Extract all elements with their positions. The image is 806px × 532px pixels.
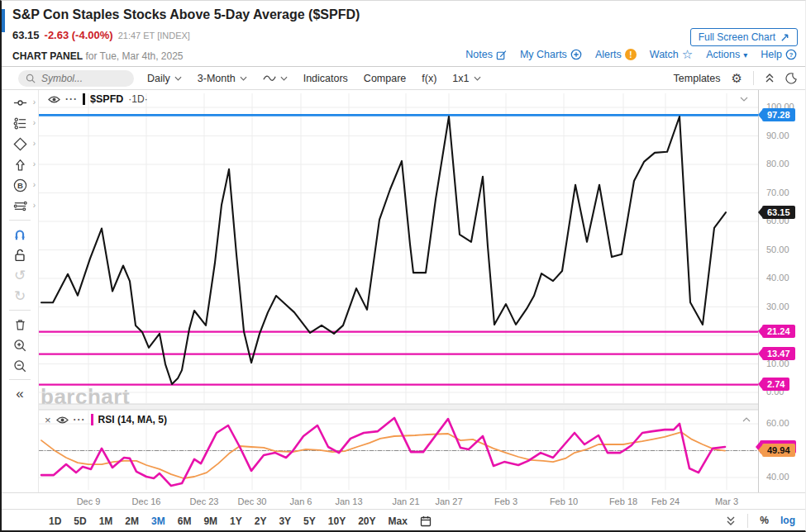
link-actions[interactable]: Actions▾ bbox=[706, 49, 747, 60]
quote-time: 21:47 ET [INDEX] bbox=[118, 31, 190, 40]
menu-1x1[interactable]: 1x1 bbox=[452, 73, 480, 84]
line-style-icon bbox=[263, 74, 276, 83]
expander-icon[interactable]: › bbox=[33, 180, 36, 189]
legend-symbol: $SPFD bbox=[90, 93, 123, 105]
link-notes[interactable]: Notes bbox=[465, 49, 507, 60]
range-max[interactable]: Max bbox=[389, 515, 408, 527]
date-tick: Jan 21 bbox=[392, 496, 419, 506]
range-2y[interactable]: 2Y bbox=[255, 515, 267, 527]
link-my-charts[interactable]: My Charts bbox=[520, 49, 582, 60]
tools-divider bbox=[9, 310, 31, 311]
menu-compare[interactable]: Compare bbox=[364, 73, 406, 84]
date-tick: Dec 30 bbox=[238, 496, 267, 506]
series-menu-chevron-icon[interactable] bbox=[740, 97, 748, 102]
menu-indicators[interactable]: Indicators bbox=[303, 73, 348, 84]
range-toolbar: 1D5D1M2M3M6M9M1Y2Y3Y5Y10Y20YMax bbox=[2, 509, 806, 532]
price-series-legend[interactable]: ··· $SPFD ·1D· bbox=[48, 93, 148, 105]
date-tick: Feb 18 bbox=[609, 496, 637, 506]
range-1y[interactable]: 1Y bbox=[230, 515, 242, 527]
more-icon[interactable]: ··· bbox=[65, 93, 78, 105]
more-icon[interactable]: ··· bbox=[74, 414, 86, 425]
zoom-out-tool[interactable] bbox=[2, 355, 38, 376]
price-badge: 13.47 bbox=[762, 347, 795, 360]
trendline-tool[interactable]: › bbox=[2, 113, 38, 134]
date-tick: Mar 3 bbox=[715, 496, 738, 506]
menu-daily[interactable]: Daily bbox=[147, 73, 182, 84]
menu-f-x[interactable]: f(x) bbox=[422, 73, 436, 84]
calendar-icon[interactable] bbox=[420, 515, 432, 527]
gear-icon[interactable]: ⚙ bbox=[732, 71, 742, 86]
expander-icon[interactable]: › bbox=[33, 201, 36, 210]
delete-tool[interactable] bbox=[2, 314, 38, 335]
arrow-tool[interactable]: › bbox=[2, 154, 38, 175]
range-1d[interactable]: 1D bbox=[49, 515, 61, 527]
range-3m[interactable]: 3M bbox=[151, 515, 165, 527]
expander-icon[interactable]: › bbox=[33, 159, 36, 169]
range-9m[interactable]: 9M bbox=[203, 515, 217, 527]
price-tick: 40.00 bbox=[766, 273, 789, 283]
rsi-collapse-chevron-icon[interactable] bbox=[742, 417, 751, 422]
magnet-tool[interactable] bbox=[2, 224, 38, 245]
drawing-tools-sidebar: ››››B››↺↻« bbox=[2, 90, 38, 404]
templates-button[interactable]: Templates bbox=[674, 73, 721, 84]
expander-icon[interactable]: › bbox=[33, 118, 36, 127]
eye-icon[interactable] bbox=[56, 416, 69, 425]
range-1m[interactable]: 1M bbox=[99, 515, 113, 527]
circle-plus-icon bbox=[570, 49, 582, 60]
legend-interval: ·1D· bbox=[128, 93, 147, 105]
price-axis[interactable]: 100.0090.0080.0070.0060.0050.0040.0030.0… bbox=[758, 1, 806, 532]
range-6m[interactable]: 6M bbox=[178, 515, 192, 527]
link-label: Notes bbox=[465, 49, 493, 60]
date-tick: Dec 9 bbox=[77, 496, 101, 506]
range-10y[interactable]: 10Y bbox=[328, 515, 346, 527]
last-price: 63.15 bbox=[12, 29, 40, 41]
page-title: S&P Con Staples Stocks Above 5-Day Avera… bbox=[12, 7, 360, 22]
crosshair-tool[interactable]: › bbox=[2, 93, 38, 113]
menu-3-month[interactable]: 3-Month bbox=[198, 73, 247, 84]
unlock-tool[interactable] bbox=[2, 245, 38, 265]
menu-label: Daily bbox=[147, 73, 170, 84]
shapes-tool[interactable]: › bbox=[2, 134, 38, 154]
notes-icon bbox=[496, 50, 507, 60]
title-accent-bar bbox=[2, 9, 5, 32]
date-tick: Feb 10 bbox=[550, 496, 578, 506]
header-links: NotesMy ChartsAlerts!Watch☆Actions▾Help? bbox=[465, 49, 797, 60]
link-alerts[interactable]: Alerts! bbox=[595, 49, 637, 60]
link-label: Watch bbox=[650, 49, 679, 60]
eye-icon[interactable] bbox=[48, 95, 60, 104]
expander-icon[interactable]: › bbox=[33, 139, 36, 148]
alert-icon: ! bbox=[625, 49, 637, 60]
range-5d[interactable]: 5D bbox=[74, 515, 86, 527]
range-20y[interactable]: 20Y bbox=[358, 515, 375, 527]
zoom-in-tool[interactable] bbox=[2, 335, 38, 355]
rsi-tick: 40.00 bbox=[766, 472, 789, 482]
collapse-down-icon[interactable] bbox=[726, 515, 736, 526]
panel-label: CHART PANEL bbox=[12, 50, 83, 62]
range-3y[interactable]: 3Y bbox=[279, 515, 291, 527]
chevron-down-icon bbox=[174, 76, 182, 81]
rsi-legend[interactable]: × ··· RSI (14, MA, 5) bbox=[45, 414, 167, 425]
collapse-tools[interactable]: « bbox=[2, 383, 38, 404]
menu-line-style[interactable] bbox=[263, 74, 288, 83]
annotation-b-tool[interactable]: B› bbox=[2, 175, 38, 196]
range-5y[interactable]: 5Y bbox=[303, 515, 316, 527]
link-label: Actions bbox=[706, 49, 740, 60]
price-tick: 30.00 bbox=[766, 302, 789, 311]
menu-label: Compare bbox=[364, 73, 406, 84]
symbol-search[interactable] bbox=[18, 70, 134, 87]
range-buttons: 1D5D1M2M3M6M9M1Y2Y3Y5Y10Y20YMax bbox=[2, 515, 432, 527]
caret-down-icon: ▾ bbox=[743, 50, 747, 59]
menu-label: 3-Month bbox=[198, 73, 236, 84]
toolbar-menus: Daily3-MonthIndicatorsComparef(x)1x1 bbox=[147, 73, 481, 84]
date-tick: Dec 23 bbox=[190, 496, 219, 506]
close-icon[interactable]: × bbox=[45, 416, 51, 425]
range-2m[interactable]: 2M bbox=[125, 515, 139, 527]
symbol-search-input[interactable] bbox=[40, 72, 126, 85]
adjust-lines-tool[interactable]: › bbox=[2, 196, 38, 216]
time-axis[interactable]: Dec 9Dec 16Dec 23Dec 30Jan 6Jan 13Jan 21… bbox=[2, 492, 806, 510]
rsi-legend-label: RSI (14, MA, 5) bbox=[98, 414, 167, 425]
price-badge: 63.15 bbox=[762, 206, 795, 219]
expander-icon[interactable]: › bbox=[33, 97, 36, 107]
date-tick: Jan 6 bbox=[290, 496, 312, 506]
link-watch[interactable]: Watch☆ bbox=[650, 49, 693, 60]
